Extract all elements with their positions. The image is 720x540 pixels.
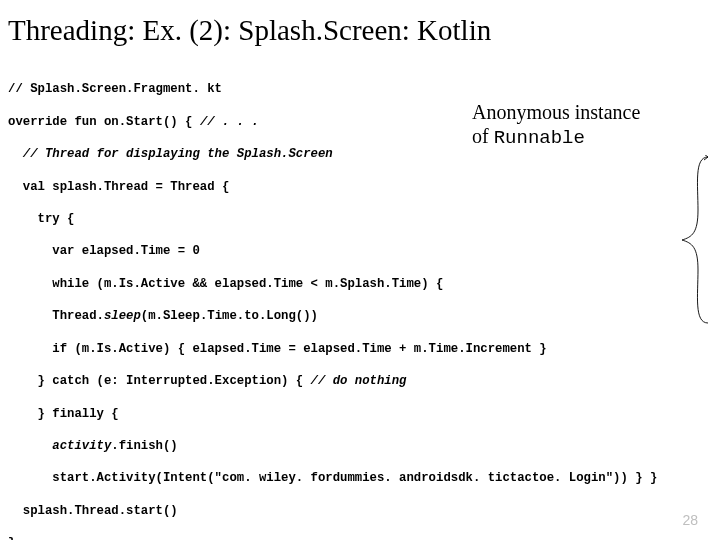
code-text: } catch (e: Interrupted.Exception) {: [8, 374, 311, 388]
brace-icon: [678, 155, 712, 325]
annotation-label: Anonymous instance of Runnable: [472, 100, 682, 150]
code-text: // Splash.Screen.Fragment. kt: [8, 82, 222, 96]
code-text: [8, 439, 52, 453]
code-text: while (m.Is.Active && elapsed.Time < m.S…: [8, 277, 443, 291]
code-text: // . . .: [200, 115, 259, 129]
code-text: }: [8, 536, 15, 540]
slide: Threading: Ex. (2): Splash.Screen: Kotli…: [0, 0, 720, 540]
code-text: splash.Thread.start(): [8, 504, 178, 518]
code-comment: // do nothing: [311, 374, 407, 388]
code-text: } finally {: [8, 407, 119, 421]
slide-title: Threading: Ex. (2): Splash.Screen: Kotli…: [8, 14, 708, 47]
code-text: var elapsed.Time = 0: [8, 244, 200, 258]
code-text: sleep: [104, 309, 141, 323]
annotation-line2-code: Runnable: [494, 127, 585, 149]
code-text: .finish(): [111, 439, 177, 453]
annotation-line2-prefix: of: [472, 125, 494, 147]
code-text: start.Activity(Intent("com. wiley. fordu…: [8, 471, 657, 485]
code-text: Thread.: [8, 309, 104, 323]
code-text: if (m.Is.Active) { elapsed.Time = elapse…: [8, 342, 547, 356]
code-text: override fun on.Start() {: [8, 115, 200, 129]
annotation-line1: Anonymous instance: [472, 101, 640, 123]
code-text: (m.Sleep.Time.to.Long()): [141, 309, 318, 323]
code-comment: // Thread for displaying the Splash.Scre…: [8, 147, 333, 161]
code-text: try {: [8, 212, 74, 226]
code-text: activity: [52, 439, 111, 453]
page-number: 28: [682, 512, 698, 528]
code-text: val splash.Thread = Thread {: [8, 180, 229, 194]
